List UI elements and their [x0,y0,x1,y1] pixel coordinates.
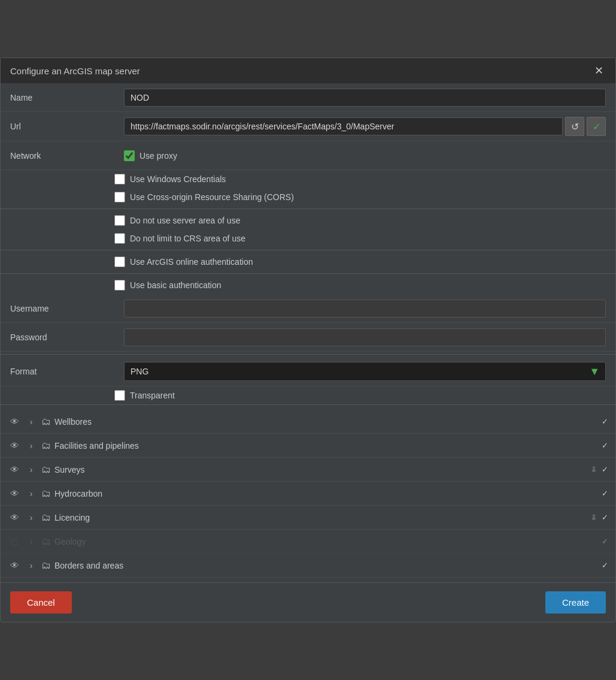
layer-item-wellbores: 👁 › 🗂 Wellbores ✓ [1,410,615,434]
transparent-checkbox[interactable] [114,390,125,401]
facilities-visibility-toggle[interactable]: 👁 [8,440,21,451]
licencing-visibility-toggle[interactable]: 👁 [8,512,21,522]
surveys-double-down-icon: ⇩ [591,466,597,474]
close-button[interactable]: ✕ [592,64,606,77]
wellbores-end: ✓ [602,417,608,426]
url-row: Url ↺ ✓ [1,112,615,141]
facilities-folder-icon: 🗂 [41,440,51,451]
layer-item-hydrocarbon: 👁 › 🗂 Hydrocarbon ✓ [1,482,615,506]
transparent-row: Transparent [1,386,615,404]
geology-end: ✓ [602,537,608,546]
geology-folder-icon: 🗂 [41,536,51,547]
surveys-name: Surveys [54,465,587,475]
wellbores-expand-button[interactable]: › [25,417,38,427]
name-field [124,89,606,107]
licencing-expand-button[interactable]: › [25,513,38,522]
wellbores-visibility-toggle[interactable]: 👁 [8,416,21,427]
password-row: Password [1,323,615,352]
hydrocarbon-visibility-toggle[interactable]: 👁 [8,488,21,498]
facilities-check-icon: ✓ [602,441,608,450]
use-proxy-checkbox[interactable] [124,150,135,161]
password-input[interactable] [124,328,606,346]
use-windows-credentials-checkbox[interactable] [114,174,125,185]
url-input[interactable] [124,117,563,135]
layers-section: 👁 › 🗂 Wellbores ✓ 👁 › 🗂 Facilities and p… [1,404,615,582]
borders-check-icon: ✓ [602,561,608,570]
username-field [124,300,606,318]
url-field: ↺ ✓ [124,117,606,136]
surveys-expand-button[interactable]: › [25,465,38,475]
url-reset-button[interactable]: ↺ [565,117,584,136]
use-arcgis-auth-row: Use ArcGIS online authentication [1,253,615,271]
wellbores-name: Wellbores [54,417,598,427]
licencing-folder-icon: 🗂 [41,512,51,523]
use-cors-row: Use Cross-origin Resource Sharing (CORS) [1,188,615,206]
use-windows-credentials-row: Use Windows Credentials [1,170,615,188]
format-select[interactable]: PNG JPEG PNG8 PNG24 PNG32 [124,362,606,381]
username-row: Username [1,294,615,323]
dialog-title: Configure an ArcGIS map server [10,66,140,76]
surveys-folder-icon: 🗂 [41,464,51,475]
borders-visibility-toggle[interactable]: 👁 [8,560,21,570]
borders-end: ✓ [602,561,608,570]
hydrocarbon-expand-button[interactable]: › [25,489,38,498]
licencing-end: ⇩ ✓ [591,513,608,522]
geology-name: Geology [54,537,598,546]
username-input[interactable] [124,300,606,318]
hydrocarbon-check-icon: ✓ [602,489,608,498]
surveys-end: ⇩ ✓ [591,465,608,474]
hydrocarbon-end: ✓ [602,489,608,498]
hydrocarbon-name: Hydrocarbon [54,489,598,498]
surveys-check-icon: ✓ [602,465,608,474]
layer-item-facilities-pipelines: 👁 › 🗂 Facilities and pipelines ✓ [1,434,615,458]
licencing-check-icon: ✓ [602,513,608,522]
hydrocarbon-folder-icon: 🗂 [41,488,51,499]
geology-visibility-toggle[interactable]: ◌ [8,536,21,547]
name-row: Name [1,83,615,112]
content: Name Url ↺ ✓ Network Use proxy [1,83,615,582]
format-field: PNG JPEG PNG8 PNG24 PNG32 ▼ [124,362,606,381]
facilities-end: ✓ [602,441,608,450]
licencing-double-down-icon: ⇩ [591,513,597,522]
do-not-use-server-area-checkbox[interactable] [114,215,125,226]
use-basic-auth-checkbox[interactable] [114,280,125,291]
use-proxy-label[interactable]: Use proxy [124,150,606,161]
name-label: Name [10,93,124,102]
layer-item-licencing: 👁 › 🗂 Licencing ⇩ ✓ [1,506,615,530]
name-input[interactable] [124,89,606,107]
title-bar: Configure an ArcGIS map server ✕ [1,58,615,83]
do-not-limit-crs-row: Do not limit to CRS area of use [1,229,615,247]
geology-expand-button[interactable]: › [25,537,38,546]
cancel-button[interactable]: Cancel [10,591,72,613]
username-label: Username [10,304,124,313]
wellbores-check-icon: ✓ [602,417,608,426]
facilities-name: Facilities and pipelines [54,441,598,451]
borders-expand-button[interactable]: › [25,561,38,570]
layer-item-borders-areas: 👁 › 🗂 Borders and areas ✓ [1,554,615,578]
create-button[interactable]: Create [545,591,606,613]
do-not-limit-crs-checkbox[interactable] [114,233,125,244]
use-basic-auth-row: Use basic authentication [1,276,615,294]
network-label: Network [10,151,124,161]
password-field [124,328,606,346]
use-cors-checkbox[interactable] [114,192,125,203]
facilities-expand-button[interactable]: › [25,441,38,451]
network-row: Network Use proxy [1,141,615,170]
surveys-visibility-toggle[interactable]: 👁 [8,464,21,475]
format-select-wrapper: PNG JPEG PNG8 PNG24 PNG32 ▼ [124,362,606,381]
url-label: Url [10,122,124,131]
footer: Cancel Create [1,582,615,622]
password-label: Password [10,333,124,342]
format-label: Format [10,367,124,376]
borders-name: Borders and areas [54,561,598,570]
geology-check-icon: ✓ [602,537,608,546]
format-row: Format PNG JPEG PNG8 PNG24 PNG32 ▼ [1,357,615,386]
layer-item-surveys: 👁 › 🗂 Surveys ⇩ ✓ [1,458,615,482]
wellbores-folder-icon: 🗂 [41,416,51,427]
licencing-name: Licencing [54,513,587,522]
url-confirm-button[interactable]: ✓ [587,117,606,136]
network-checkboxes: Use proxy [124,150,606,161]
use-arcgis-auth-checkbox[interactable] [114,256,125,267]
do-not-use-server-area-row: Do not use server area of use [1,211,615,229]
borders-folder-icon: 🗂 [41,560,51,571]
